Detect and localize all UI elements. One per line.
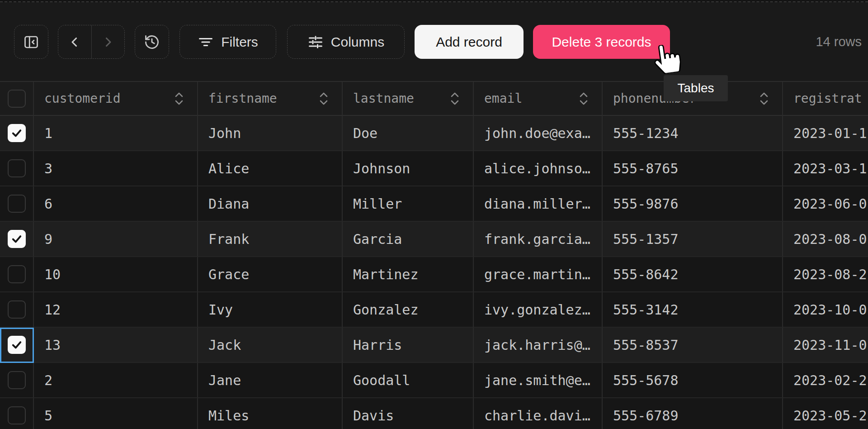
cell-customerid[interactable]: 1 bbox=[34, 116, 198, 151]
row-checkbox[interactable] bbox=[8, 265, 26, 283]
cell-customerid[interactable]: 3 bbox=[34, 151, 198, 186]
filter-lines-icon bbox=[198, 34, 214, 50]
cell-registrationdate[interactable]: 2023-08-0 bbox=[783, 222, 868, 257]
cell-customerid[interactable]: 12 bbox=[34, 292, 198, 328]
toggle-sidebar-button[interactable] bbox=[14, 25, 48, 59]
cell-phonenumber[interactable]: 555-3142 bbox=[603, 292, 783, 328]
row-select-cell[interactable] bbox=[0, 222, 34, 257]
top-edge-divider bbox=[0, 0, 868, 2]
cell-customerid[interactable]: 2 bbox=[34, 363, 198, 398]
cell-firstname[interactable]: Ivy bbox=[198, 292, 343, 328]
cell-lastname[interactable]: Harris bbox=[343, 328, 474, 363]
row-checkbox[interactable] bbox=[8, 336, 26, 354]
checkmark-icon bbox=[10, 233, 23, 245]
cell-email[interactable]: grace.martin… bbox=[474, 257, 603, 292]
delete-records-button[interactable]: Delete 3 records bbox=[533, 25, 670, 59]
cell-firstname[interactable]: Diana bbox=[198, 186, 343, 222]
cell-lastname[interactable]: Martinez bbox=[343, 257, 474, 292]
refresh-history-button[interactable] bbox=[135, 25, 169, 59]
row-select-cell[interactable] bbox=[0, 257, 34, 292]
row-select-cell[interactable] bbox=[0, 186, 34, 222]
back-button[interactable] bbox=[58, 25, 91, 58]
select-all-checkbox[interactable] bbox=[8, 90, 26, 108]
column-header-registrationdate[interactable]: registrat bbox=[783, 82, 868, 116]
cell-registrationdate[interactable]: 2023-06-0 bbox=[783, 186, 868, 222]
row-checkbox[interactable] bbox=[8, 371, 26, 389]
cell-phonenumber[interactable]: 555-9876 bbox=[603, 186, 783, 222]
history-clock-icon bbox=[144, 34, 160, 50]
cell-firstname[interactable]: Alice bbox=[198, 151, 343, 186]
column-header-firstname[interactable]: firstname bbox=[198, 82, 343, 116]
cell-registrationdate[interactable]: 2023-03-1 bbox=[783, 151, 868, 186]
cell-email[interactable]: jane.smith@e… bbox=[474, 363, 603, 398]
sort-chevrons-icon[interactable] bbox=[759, 90, 769, 108]
cell-phonenumber[interactable]: 555-1234 bbox=[603, 116, 783, 151]
row-select-cell[interactable] bbox=[0, 151, 34, 186]
cell-phonenumber[interactable]: 555-5678 bbox=[603, 363, 783, 398]
cell-phonenumber[interactable]: 555-1357 bbox=[603, 222, 783, 257]
column-header-lastname[interactable]: lastname bbox=[343, 82, 474, 116]
cell-email[interactable]: john.doe@exa… bbox=[474, 116, 603, 151]
cell-firstname[interactable]: Grace bbox=[198, 257, 343, 292]
row-select-cell-focused[interactable] bbox=[0, 328, 34, 363]
cell-lastname[interactable]: Garcia bbox=[343, 222, 474, 257]
row-checkbox[interactable] bbox=[8, 195, 26, 213]
cell-firstname[interactable]: John bbox=[198, 116, 343, 151]
cell-phonenumber[interactable]: 555-8642 bbox=[603, 257, 783, 292]
cell-firstname[interactable]: Miles bbox=[198, 398, 343, 429]
cell-email[interactable]: jack.harris@… bbox=[474, 328, 603, 363]
cell-lastname[interactable]: Johnson bbox=[343, 151, 474, 186]
cell-customerid[interactable]: 5 bbox=[34, 398, 198, 429]
row-checkbox[interactable] bbox=[8, 159, 26, 177]
cell-email[interactable]: frank.garcia… bbox=[474, 222, 603, 257]
cell-email[interactable]: diana.miller… bbox=[474, 186, 603, 222]
row-checkbox[interactable] bbox=[8, 230, 26, 248]
cell-customerid[interactable]: 6 bbox=[34, 186, 198, 222]
sort-chevrons-icon[interactable] bbox=[174, 90, 184, 108]
cell-phonenumber[interactable]: 555-8765 bbox=[603, 151, 783, 186]
cell-email[interactable]: charlie.davi… bbox=[474, 398, 603, 429]
column-header-customerid[interactable]: customerid bbox=[34, 82, 198, 116]
cell-customerid[interactable]: 10 bbox=[34, 257, 198, 292]
cell-lastname[interactable]: Doe bbox=[343, 116, 474, 151]
row-checkbox[interactable] bbox=[8, 124, 26, 142]
row-checkbox[interactable] bbox=[8, 300, 26, 319]
forward-button[interactable] bbox=[92, 25, 125, 58]
row-select-cell[interactable] bbox=[0, 116, 34, 151]
filters-button[interactable]: Filters bbox=[179, 25, 276, 59]
cell-registrationdate[interactable]: 2023-08-2 bbox=[783, 257, 868, 292]
sort-chevrons-icon[interactable] bbox=[318, 90, 329, 108]
cell-email[interactable]: ivy.gonzalez… bbox=[474, 292, 603, 328]
select-all-cell[interactable] bbox=[0, 82, 34, 116]
table-row: 9 Frank Garcia frank.garcia… 555-1357 20… bbox=[0, 222, 868, 257]
row-select-cell[interactable] bbox=[0, 292, 34, 328]
table-row: 3 Alice Johnson alice.johnso… 555-8765 2… bbox=[0, 151, 868, 186]
cell-firstname[interactable]: Frank bbox=[198, 222, 343, 257]
cell-firstname[interactable]: Jane bbox=[198, 363, 343, 398]
cell-firstname[interactable]: Jack bbox=[198, 328, 343, 363]
cell-email[interactable]: alice.johnso… bbox=[474, 151, 603, 186]
cell-registrationdate[interactable]: 2023-10-0 bbox=[783, 292, 868, 328]
cell-lastname[interactable]: Goodall bbox=[343, 363, 474, 398]
cell-registrationdate[interactable]: 2023-05-2 bbox=[783, 398, 868, 429]
row-checkbox[interactable] bbox=[8, 406, 26, 424]
cell-registrationdate[interactable]: 2023-02-2 bbox=[783, 363, 868, 398]
cell-phonenumber[interactable]: 555-8537 bbox=[603, 328, 783, 363]
cell-customerid[interactable]: 13 bbox=[34, 328, 198, 363]
columns-button[interactable]: Columns bbox=[287, 25, 405, 59]
cell-lastname[interactable]: Gonzalez bbox=[343, 292, 474, 328]
cell-customerid[interactable]: 9 bbox=[34, 222, 198, 257]
sort-chevrons-icon[interactable] bbox=[449, 90, 460, 108]
sort-chevrons-icon[interactable] bbox=[578, 90, 589, 108]
row-select-cell[interactable] bbox=[0, 398, 34, 429]
cell-phonenumber[interactable]: 555-6789 bbox=[603, 398, 783, 429]
row-select-cell[interactable] bbox=[0, 363, 34, 398]
cell-registrationdate[interactable]: 2023-01-1 bbox=[783, 116, 868, 151]
table-row: 12 Ivy Gonzalez ivy.gonzalez… 555-3142 2… bbox=[0, 292, 868, 328]
column-header-email[interactable]: email bbox=[474, 82, 603, 116]
cell-registrationdate[interactable]: 2023-11-0 bbox=[783, 328, 868, 363]
cell-lastname[interactable]: Miller bbox=[343, 186, 474, 222]
cell-lastname[interactable]: Davis bbox=[343, 398, 474, 429]
data-grid: customerid firstname lastname email phon… bbox=[0, 81, 868, 429]
add-record-button[interactable]: Add record bbox=[415, 25, 524, 59]
